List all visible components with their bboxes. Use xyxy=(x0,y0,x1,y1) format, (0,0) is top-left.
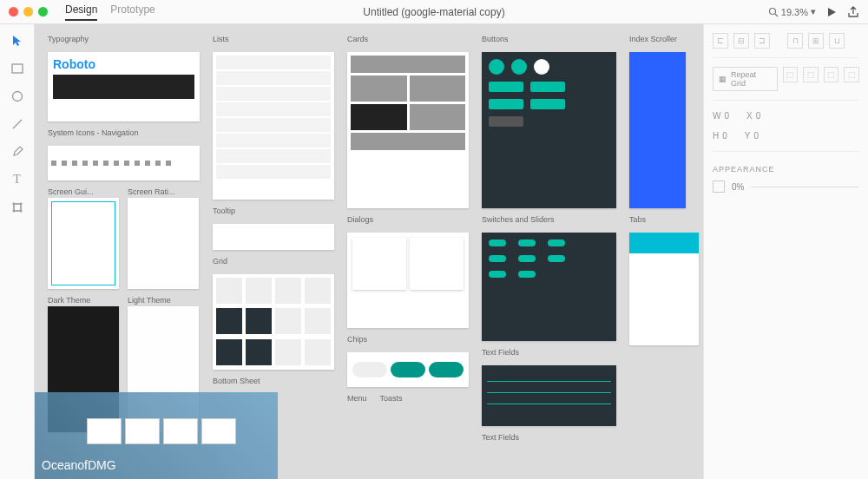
svg-rect-4 xyxy=(12,64,23,73)
tab-design[interactable]: Design xyxy=(65,3,97,21)
opacity-value[interactable]: 0% xyxy=(732,182,744,192)
artboard-text-fields[interactable] xyxy=(482,365,616,426)
align-top[interactable]: ⊓ xyxy=(787,33,803,49)
label-bottom-sheet: Bottom Sheet xyxy=(213,377,334,385)
label-tabs: Tabs xyxy=(629,215,699,224)
label-tooltip: Tooltip xyxy=(213,207,334,215)
op2[interactable]: ⬚ xyxy=(803,67,819,82)
svg-line-1 xyxy=(775,14,778,16)
zoom-control[interactable]: 19.3% ▾ xyxy=(768,6,816,17)
share-icon[interactable] xyxy=(847,6,859,18)
width-value[interactable]: 0 xyxy=(724,111,729,121)
svg-marker-2 xyxy=(828,8,836,16)
label-dark-theme: Dark Theme xyxy=(48,296,119,305)
artboard-tooltip[interactable] xyxy=(213,224,334,250)
label-lists: Lists xyxy=(213,35,334,43)
artboard-sysicons[interactable] xyxy=(48,146,200,180)
label-grid: Grid xyxy=(213,257,334,266)
artboard-buttons[interactable] xyxy=(482,52,616,208)
label-sysicons: System Icons - Navigation xyxy=(48,128,200,137)
artboard-tabs[interactable] xyxy=(629,233,699,345)
op4[interactable]: ⬚ xyxy=(844,67,859,82)
label-typography: Typography xyxy=(48,35,200,43)
properties-panel: ⊏ ⊟ ⊐ ⊓ ⊞ ⊔ ▦ Repeat Grid ⬚ ⬚ ⬚ ⬚ W 0 xyxy=(703,24,868,479)
label-text-fields2: Text Fields xyxy=(482,433,616,442)
select-tool[interactable] xyxy=(10,33,25,49)
label-text-fields: Text Fields xyxy=(482,348,616,357)
text-tool[interactable]: T xyxy=(10,172,25,187)
artboard-lists[interactable] xyxy=(213,52,334,200)
roboto-text: Roboto xyxy=(53,57,194,71)
op3[interactable]: ⬚ xyxy=(824,67,839,82)
tab-prototype[interactable]: Prototype xyxy=(110,3,155,21)
label-dialogs: Dialogs xyxy=(347,215,469,224)
y-value[interactable]: 0 xyxy=(753,131,759,141)
maximize-window[interactable] xyxy=(38,7,48,16)
align-right[interactable]: ⊐ xyxy=(754,33,770,49)
artboard-screen-guide[interactable] xyxy=(48,198,119,289)
artboard-cards[interactable] xyxy=(347,52,469,208)
artboard-scroller[interactable] xyxy=(629,52,686,208)
artboard-chips[interactable] xyxy=(347,352,469,387)
ellipse-tool[interactable] xyxy=(10,89,25,104)
align-center-h[interactable]: ⊟ xyxy=(733,33,749,49)
align-left[interactable]: ⊏ xyxy=(713,33,728,49)
artboard-switches[interactable] xyxy=(482,233,616,341)
svg-rect-7 xyxy=(14,204,21,211)
label-screen-guide: Screen Gui... xyxy=(48,187,119,196)
height-value[interactable]: 0 xyxy=(722,131,727,141)
thumbnails xyxy=(87,418,236,444)
svg-point-5 xyxy=(12,92,22,102)
artboard-grid[interactable] xyxy=(213,274,334,370)
play-icon[interactable] xyxy=(826,7,837,17)
align-bottom[interactable]: ⊔ xyxy=(829,33,845,49)
toolbar: T xyxy=(0,24,35,479)
align-middle[interactable]: ⊞ xyxy=(808,33,824,49)
titlebar: Design Prototype Untitled (google-materi… xyxy=(0,0,868,24)
opacity-swatch[interactable] xyxy=(713,180,725,193)
canvas[interactable]: Typography Roboto System Icons - Navigat… xyxy=(35,24,703,479)
artboard-dialogs[interactable] xyxy=(347,233,469,328)
pen-tool[interactable] xyxy=(10,144,25,160)
artboard-screen-ratio[interactable] xyxy=(128,198,199,289)
document-title: Untitled (google-material copy) xyxy=(363,6,504,18)
grid-icon: ▦ xyxy=(719,75,727,83)
label-cards: Cards xyxy=(347,35,469,43)
close-window[interactable] xyxy=(9,7,18,16)
label-scroller: Index Scroller xyxy=(629,35,699,43)
svg-point-0 xyxy=(769,8,775,14)
rectangle-tool[interactable] xyxy=(10,61,25,76)
label-menu: Menu xyxy=(347,394,367,403)
svg-marker-3 xyxy=(13,36,21,46)
x-value[interactable]: 0 xyxy=(756,111,761,121)
search-icon xyxy=(768,7,779,17)
label-screen-ratio: Screen Rati... xyxy=(128,187,199,196)
appearance-title: APPEARANCE xyxy=(713,165,859,174)
artboard-typography[interactable]: Roboto xyxy=(48,52,200,121)
artboard-tool[interactable] xyxy=(10,200,25,215)
opacity-slider[interactable] xyxy=(751,187,859,187)
label-chips: Chips xyxy=(347,335,469,344)
label-buttons: Buttons xyxy=(482,35,616,43)
line-tool[interactable] xyxy=(10,116,25,132)
minimize-window[interactable] xyxy=(23,7,33,16)
label-toasts: Toasts xyxy=(380,394,403,403)
chevron-down-icon: ▾ xyxy=(811,6,816,17)
svg-line-6 xyxy=(13,120,22,128)
op1[interactable]: ⬚ xyxy=(783,67,799,82)
repeat-grid-button[interactable]: ▦ Repeat Grid xyxy=(713,67,778,91)
label-light-theme: Light Theme xyxy=(128,296,199,305)
label-switches: Switches and Sliders xyxy=(482,215,616,224)
